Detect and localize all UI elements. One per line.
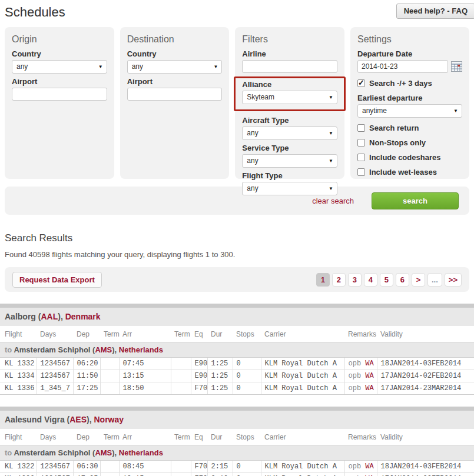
flight-number-link[interactable]: KL 1332	[0, 358, 37, 370]
term1-cell	[100, 382, 119, 395]
arr-cell: 19:15	[119, 473, 171, 476]
origin-airport-input[interactable]	[12, 88, 107, 101]
pagination-next-button[interactable]: >	[412, 273, 425, 287]
remark-carrier-link[interactable]: WA	[365, 360, 373, 368]
alliance-select[interactable]: Skyteam ▼	[242, 91, 337, 104]
search-action-bar: clear search search	[5, 187, 469, 215]
service-type-select[interactable]: any ▼	[242, 154, 337, 168]
origin-country-select[interactable]: any ▼	[12, 60, 107, 74]
search-button[interactable]: search	[372, 192, 459, 209]
flight-number-link[interactable]: KL 1326	[0, 473, 37, 476]
clear-search-link[interactable]: clear search	[312, 197, 354, 205]
airline-label: Airline	[242, 49, 337, 58]
country-link[interactable]: Norway	[94, 415, 124, 424]
term1-cell	[100, 358, 119, 370]
request-data-export-button[interactable]: Request Data Export	[12, 272, 102, 288]
airline-input[interactable]	[242, 60, 337, 73]
col-flight: Flight	[0, 326, 37, 342]
route-country-link[interactable]: Netherlands	[119, 345, 163, 354]
calendar-icon[interactable]	[451, 61, 462, 72]
alliance-label: Alliance	[242, 80, 337, 89]
pagination-page-5[interactable]: 5	[380, 273, 393, 287]
destination-country-select[interactable]: any ▼	[127, 60, 223, 74]
equipment-link[interactable]: F70	[191, 382, 207, 395]
pagination-page-6[interactable]: 6	[396, 273, 409, 287]
pagination-page-1[interactable]: 1	[316, 273, 330, 287]
dep-cell: 11:50	[73, 370, 100, 382]
dur-cell: 2:10	[207, 473, 233, 476]
search-return-checkbox[interactable]	[357, 124, 365, 132]
departure-date-input[interactable]	[357, 60, 448, 73]
chevron-down-icon: ▼	[98, 61, 103, 74]
section-divider	[0, 407, 474, 411]
city-name: Aalesund Vigra (	[5, 415, 69, 424]
validity-cell: 17JAN2014-23MAR2014	[377, 382, 474, 395]
flight-number-link[interactable]: KL 1334	[0, 370, 37, 382]
destination-airport-input[interactable]	[127, 88, 223, 101]
flight-type-label: Flight Type	[242, 171, 337, 180]
flights-table: Flight Days Dep Term Arr Term Eq Dur Sto…	[0, 326, 474, 395]
destination-airport-label: Airport	[127, 77, 223, 86]
aircraft-type-select[interactable]: any ▼	[242, 127, 337, 140]
dep-cell: 17:05	[73, 473, 100, 476]
pagination-page-4[interactable]: 4	[364, 273, 377, 287]
search-plusminus-checkbox[interactable]	[357, 79, 365, 87]
country-link[interactable]: Denmark	[65, 312, 101, 321]
chevron-down-icon: ▼	[329, 182, 333, 195]
carrier-link[interactable]: KLM Royal Dutch A	[261, 473, 344, 476]
help-faq-button[interactable]: Need help? - FAQ	[396, 4, 474, 19]
result-section-aalesund: Aalesund Vigra (AES), Norway Flight Days…	[0, 407, 474, 476]
wetleases-checkbox[interactable]	[357, 168, 365, 176]
route-city: Amsterdam Schiphol (	[14, 345, 95, 354]
col-stops: Stops	[233, 429, 261, 445]
destination-panel: Destination Country any ▼ Airport	[120, 27, 230, 179]
arr-cell: 18:50	[119, 382, 171, 395]
col-remarks: Remarks	[344, 429, 377, 445]
equipment-link[interactable]: E90	[191, 370, 207, 382]
validity-cell: 17JAN2014-02FEB2014	[377, 370, 474, 382]
dur-cell: 1:25	[207, 370, 233, 382]
pagination-page-2[interactable]: 2	[332, 273, 346, 287]
pagination-ellipsis[interactable]: ...	[427, 273, 442, 287]
service-type-label: Service Type	[242, 144, 337, 152]
equipment-link[interactable]: E90	[191, 358, 207, 370]
pagination-page-3[interactable]: 3	[348, 273, 362, 287]
search-return-label: Search return	[369, 124, 419, 132]
flight-number-link[interactable]: KL 1322	[0, 461, 37, 473]
arr-cell: 13:15	[119, 370, 171, 382]
term1-cell	[100, 370, 119, 382]
remark-carrier-link[interactable]: WA	[365, 372, 373, 380]
route-sep: ),	[112, 448, 119, 457]
carrier-link[interactable]: KLM Royal Dutch A	[261, 382, 344, 395]
term2-cell	[171, 382, 191, 395]
carrier-link[interactable]: KLM Royal Dutch A	[261, 358, 344, 370]
earliest-departure-select[interactable]: anytime ▼	[357, 104, 462, 118]
wetleases-label: Include wet-leases	[369, 168, 437, 177]
column-header-row: Flight Days Dep Term Arr Term Eq Dur Sto…	[0, 429, 474, 445]
flight-number-link[interactable]: KL 1336	[0, 382, 37, 395]
equipment-link[interactable]: F70	[191, 461, 207, 473]
nonstops-checkbox[interactable]	[357, 139, 365, 147]
remark-carrier-link[interactable]: WA	[365, 384, 373, 392]
city-code-link[interactable]: AES	[69, 415, 87, 424]
route-country-link[interactable]: Netherlands	[119, 448, 163, 457]
flight-type-select[interactable]: any ▼	[242, 182, 337, 195]
carrier-link[interactable]: KLM Royal Dutch A	[261, 370, 344, 382]
carrier-link[interactable]: KLM Royal Dutch A	[261, 461, 344, 473]
route-sep: ),	[112, 345, 119, 354]
codeshares-checkbox[interactable]	[357, 154, 365, 161]
route-code-link[interactable]: AMS	[95, 345, 112, 354]
remark-carrier-link[interactable]: WA	[365, 462, 373, 471]
city-code-link[interactable]: AAL	[41, 312, 58, 321]
top-bar: Schedules Need help? - FAQ	[0, 0, 474, 24]
equipment-link[interactable]: F70	[191, 473, 207, 476]
col-eq: Eq	[191, 429, 207, 445]
col-eq: Eq	[191, 326, 207, 342]
pagination-last-button[interactable]: >>	[445, 273, 462, 287]
settings-panel-title: Settings	[357, 34, 462, 45]
origin-panel: Origin Country any ▼ Airport	[5, 27, 114, 179]
origin-panel-title: Origin	[12, 34, 107, 45]
aircraft-type-label: Aircraft Type	[242, 116, 337, 125]
route-code-link[interactable]: AMS	[95, 448, 112, 457]
column-header-row: Flight Days Dep Term Arr Term Eq Dur Sto…	[0, 326, 474, 342]
